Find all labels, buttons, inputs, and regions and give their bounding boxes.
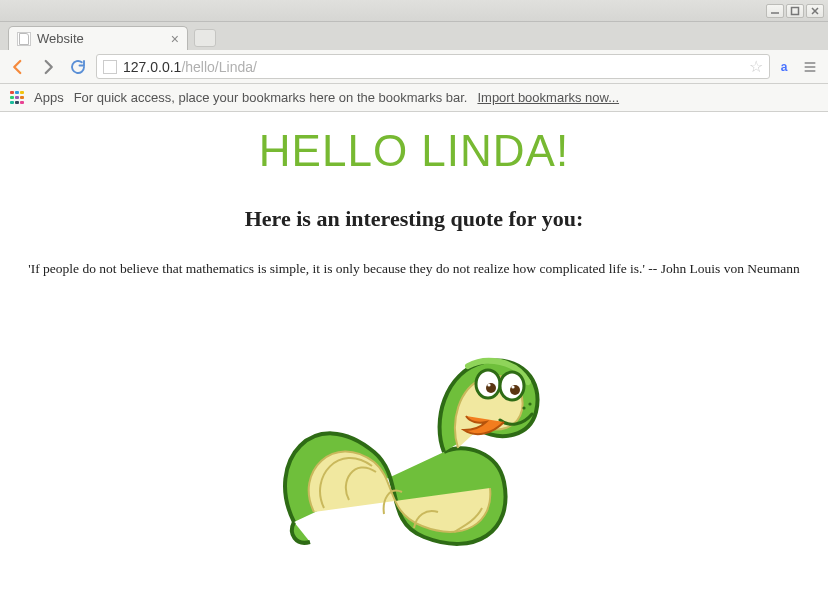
- page-subheading: Here is an interesting quote for you:: [20, 206, 808, 232]
- new-tab-button[interactable]: [194, 29, 216, 47]
- tab-strip: Website ×: [0, 22, 828, 50]
- svg-point-11: [528, 403, 531, 406]
- page-viewport: Hello Linda! Here is an interesting quot…: [0, 112, 828, 606]
- back-button[interactable]: [6, 55, 30, 79]
- tab-title: Website: [37, 31, 165, 46]
- forward-button[interactable]: [36, 55, 60, 79]
- tab-close-button[interactable]: ×: [171, 32, 179, 46]
- svg-point-9: [511, 386, 514, 389]
- page-favicon-icon: [17, 32, 31, 46]
- apps-grid-icon[interactable]: [10, 91, 24, 105]
- bookmarks-hint: For quick access, place your bookmarks h…: [74, 90, 468, 105]
- svg-rect-0: [792, 7, 799, 14]
- import-bookmarks-link[interactable]: Import bookmarks now...: [477, 90, 619, 105]
- address-bar[interactable]: 127.0.0.1/hello/Linda/ ☆: [96, 54, 770, 79]
- apps-label[interactable]: Apps: [34, 90, 64, 105]
- window-minimize-button[interactable]: [766, 4, 784, 18]
- window-maximize-button[interactable]: [786, 4, 804, 18]
- browser-menu-button[interactable]: [798, 55, 822, 79]
- svg-point-10: [522, 407, 525, 410]
- url-host: 127.0.0.1: [123, 59, 181, 75]
- bookmarks-bar: Apps For quick access, place your bookma…: [0, 84, 828, 112]
- url-text: 127.0.0.1/hello/Linda/: [123, 59, 257, 75]
- url-path: /hello/Linda/: [181, 59, 257, 75]
- translate-icon[interactable]: a: [776, 59, 792, 75]
- site-info-icon[interactable]: [103, 60, 117, 74]
- snake-image: [20, 302, 808, 582]
- bookmark-star-icon[interactable]: ☆: [749, 57, 763, 76]
- page-heading: Hello Linda!: [20, 126, 808, 176]
- svg-point-8: [487, 384, 490, 387]
- reload-button[interactable]: [66, 55, 90, 79]
- browser-toolbar: 127.0.0.1/hello/Linda/ ☆ a: [0, 50, 828, 84]
- window-close-button[interactable]: [806, 4, 824, 18]
- browser-tab[interactable]: Website ×: [8, 26, 188, 50]
- window-titlebar: [0, 0, 828, 22]
- page-quote: 'If people do not believe that mathemati…: [20, 260, 808, 278]
